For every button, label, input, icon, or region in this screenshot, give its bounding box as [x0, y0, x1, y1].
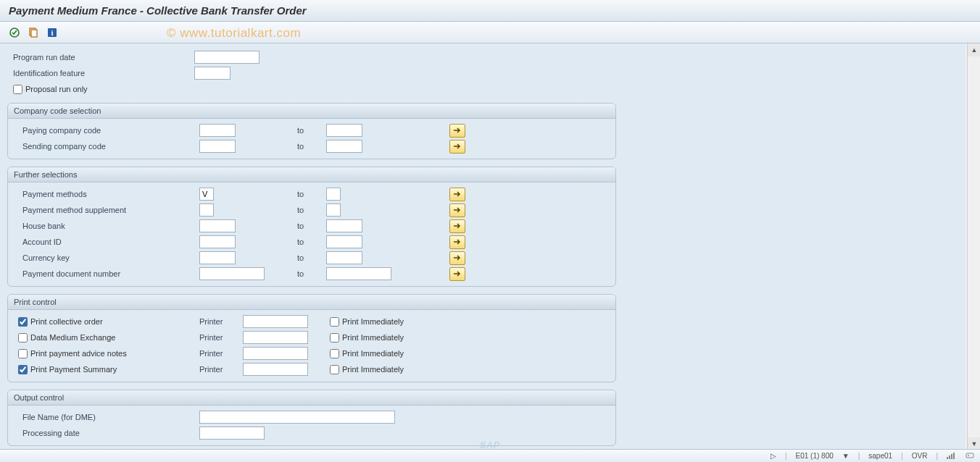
to-label: to	[297, 206, 326, 214]
printer-label: Printer	[199, 365, 243, 374]
arrow-right-icon	[453, 222, 462, 230]
content-area: Program run date Identification feature …	[0, 43, 966, 450]
row-file-name: File Name (for DME)	[8, 409, 615, 425]
print-collective-order-label: Print collective order	[30, 317, 103, 326]
group-output-control-header: Output control	[8, 390, 615, 406]
house-bank-from[interactable]	[199, 219, 236, 232]
sending-company-code-multiselect[interactable]	[449, 140, 465, 154]
payment-supplement-from[interactable]	[199, 203, 214, 217]
printer-label: Printer	[199, 333, 243, 342]
paying-company-code-from[interactable]	[199, 124, 236, 137]
printer-input-2[interactable]	[243, 347, 308, 360]
payment-methods-from[interactable]	[199, 188, 214, 201]
to-label: to	[297, 190, 326, 198]
app-window: Payment Medium France - Collective Bank …	[0, 0, 980, 462]
processing-date-input[interactable]	[199, 427, 265, 440]
print-payment-summary-checkbox[interactable]	[18, 365, 28, 374]
program-run-date-input[interactable]	[194, 51, 259, 64]
sending-company-code-label: Sending company code	[18, 142, 199, 151]
currency-key-to[interactable]	[326, 251, 362, 264]
account-id-to[interactable]	[326, 235, 362, 248]
payment-doc-multiselect[interactable]	[449, 267, 465, 281]
currency-key-multiselect[interactable]	[449, 251, 465, 265]
group-output-control: Output control File Name (for DME) Proce…	[7, 390, 616, 446]
info-button[interactable]: i	[45, 25, 59, 40]
arrow-right-icon	[453, 190, 462, 198]
svg-rect-7	[951, 454, 952, 459]
printer-input-1[interactable]	[243, 331, 308, 344]
group-further-selections: Further selections Payment methods to Pa…	[7, 167, 616, 287]
arrow-right-icon	[453, 254, 462, 261]
currency-key-from[interactable]	[199, 251, 236, 264]
row-sending-company-code: Sending company code to	[8, 138, 615, 154]
scroll-up-arrow[interactable]: ▲	[968, 43, 980, 56]
printer-label: Printer	[199, 317, 243, 326]
group-company-code: Company code selection Paying company co…	[7, 103, 616, 159]
status-expand-icon[interactable]: ▷	[771, 452, 776, 460]
print-immediately-checkbox-3[interactable]	[330, 365, 339, 374]
print-immediately-label: Print Immediately	[342, 349, 404, 358]
row-program-run-date: Program run date	[3, 49, 966, 65]
row-identification-feature: Identification feature	[3, 65, 966, 81]
identification-feature-label: Identification feature	[13, 69, 194, 77]
account-id-from[interactable]	[199, 235, 236, 248]
house-bank-to[interactable]	[326, 219, 362, 232]
svg-point-10	[968, 455, 969, 456]
proposal-run-only-label: Proposal run only	[25, 85, 88, 93]
row-currency-key: Currency key to	[8, 250, 615, 266]
payment-methods-to[interactable]	[326, 188, 341, 201]
status-mode: OVR	[912, 452, 928, 460]
row-house-bank: House bank to	[8, 218, 615, 234]
data-medium-exchange-checkbox[interactable]	[18, 333, 28, 343]
payment-methods-multiselect[interactable]	[449, 188, 465, 201]
svg-rect-8	[953, 453, 955, 459]
to-label: to	[297, 253, 326, 262]
payment-supplement-to[interactable]	[326, 203, 341, 217]
payment-doc-from[interactable]	[199, 267, 265, 280]
status-connection-icon	[966, 452, 974, 461]
payment-doc-label: Payment document number	[18, 269, 199, 278]
printer-label: Printer	[199, 349, 243, 358]
proposal-run-only-checkbox[interactable]	[13, 85, 22, 94]
account-id-multiselect[interactable]	[449, 235, 465, 249]
print-immediately-checkbox-1[interactable]	[330, 333, 339, 343]
toolbar: i	[0, 22, 980, 43]
dropdown-icon[interactable]: ▼	[842, 452, 850, 460]
payment-doc-to[interactable]	[326, 267, 391, 280]
status-signal-icon	[947, 452, 957, 461]
identification-feature-input[interactable]	[194, 67, 231, 80]
arrow-right-icon	[453, 206, 462, 214]
row-account-id: Account ID to	[8, 234, 615, 250]
print-immediately-checkbox-2[interactable]	[330, 349, 339, 358]
print-collective-order-checkbox[interactable]	[18, 317, 28, 327]
print-immediately-label: Print Immediately	[342, 365, 404, 374]
printer-input-3[interactable]	[243, 363, 308, 376]
svg-rect-6	[949, 455, 950, 459]
print-row-0: Print collective order Printer Print Imm…	[8, 314, 615, 329]
house-bank-multiselect[interactable]	[449, 219, 465, 233]
print-payment-advice-label: Print payment advice notes	[30, 349, 127, 358]
print-payment-advice-checkbox[interactable]	[18, 349, 28, 358]
paying-company-code-label: Paying company code	[18, 126, 199, 135]
execute-icon	[9, 27, 20, 38]
to-label: to	[297, 126, 326, 135]
paying-company-code-multiselect[interactable]	[449, 124, 465, 138]
payment-supplement-multiselect[interactable]	[449, 203, 465, 217]
file-name-label: File Name (for DME)	[18, 413, 199, 421]
svg-rect-9	[966, 453, 973, 458]
sending-company-code-to[interactable]	[326, 140, 362, 153]
row-payment-doc: Payment document number to	[8, 266, 615, 282]
print-row-2: Print payment advice notes Printer Print…	[8, 345, 615, 361]
print-immediately-checkbox-0[interactable]	[330, 317, 339, 327]
sending-company-code-from[interactable]	[199, 140, 236, 153]
execute-button[interactable]	[7, 25, 22, 40]
info-icon: i	[46, 27, 58, 38]
arrow-right-icon	[453, 127, 462, 134]
house-bank-label: House bank	[18, 222, 199, 230]
variant-button[interactable]	[26, 25, 41, 40]
file-name-input[interactable]	[199, 411, 395, 424]
paying-company-code-to[interactable]	[326, 124, 362, 137]
printer-input-0[interactable]	[243, 315, 308, 328]
vertical-scrollbar[interactable]: ▲ ▼	[967, 43, 980, 450]
arrow-right-icon	[453, 143, 462, 150]
